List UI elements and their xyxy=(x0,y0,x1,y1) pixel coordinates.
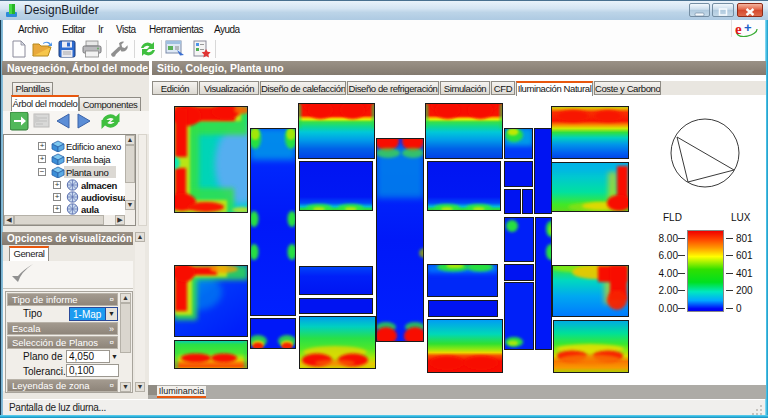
svg-text:e: e xyxy=(735,21,742,37)
svg-text:+: + xyxy=(744,20,752,35)
